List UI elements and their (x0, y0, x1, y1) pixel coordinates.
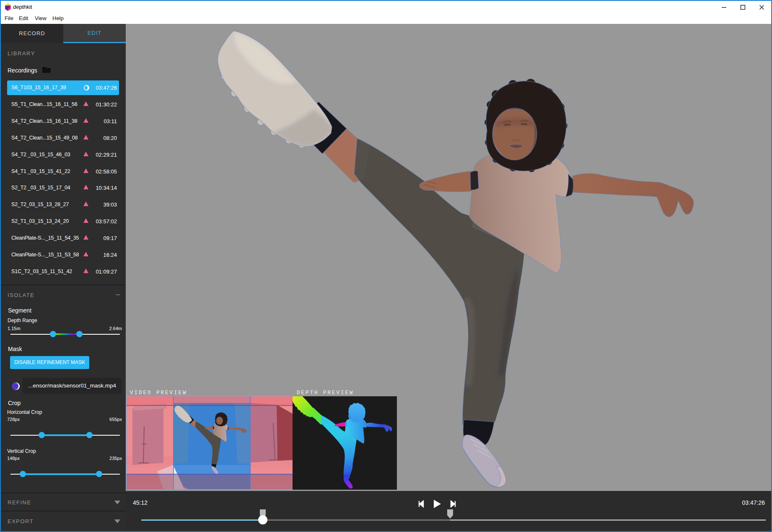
svg-text:VIDEO PREVIEW: VIDEO PREVIEW (130, 390, 187, 396)
svg-text:DEPTH PREVIEW: DEPTH PREVIEW (297, 390, 354, 396)
